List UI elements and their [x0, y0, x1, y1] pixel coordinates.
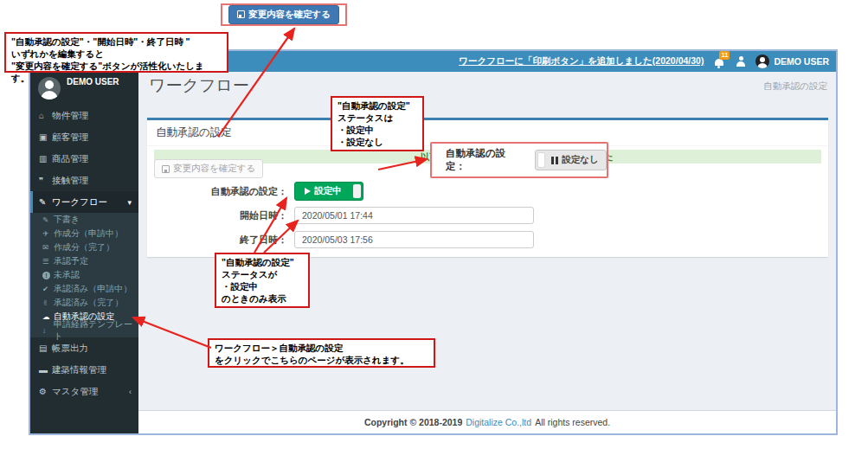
sidebar-item-label: 商品管理: [52, 153, 88, 165]
sidebar-item-label: 承認済み（完了）: [54, 297, 123, 309]
annotation-line: ステータスが: [222, 269, 303, 281]
sidebar-item-label: 作成分（申請中）: [54, 228, 123, 240]
annotation-confirm-button-box: 変更内容を確定する: [221, 3, 347, 26]
play-icon: [305, 188, 311, 195]
thumbs-up-icon: ✌: [42, 298, 54, 307]
copyright-text: Copyright © 2018-2019: [364, 417, 462, 427]
news-link[interactable]: ワークフローに「印刷ボタン」を追加しました(2020/04/30): [459, 55, 704, 67]
status-form-row: 自動承認の設定： 設定中: [147, 182, 828, 201]
annotation-line: ステータスは: [338, 112, 417, 125]
sidebar: DEMO USER ⌂ 物件管理 ▣ 顧客管理 ▥ 商品管理 ❞ 接触管理 ✎ …: [30, 72, 138, 433]
sidebar-item-workflow[interactable]: ✎ ワークフロー ▾: [30, 191, 138, 213]
start-form-row: 開始日時：: [147, 207, 828, 224]
sidebar-item-contact-mgmt[interactable]: ❞ 接触管理: [30, 170, 138, 191]
status-off-snippet: 自動承認の設定： 設定なし: [430, 142, 608, 178]
sidebar-item-approved-done[interactable]: ✌ 承認済み（完了）: [30, 296, 138, 310]
exclamation-circle-icon: !: [42, 271, 54, 279]
toggle-handle: [537, 152, 545, 168]
annotation-navigation-note: ワークフロー＞自動承認の設定 をクリックでこちらのページが表示されます。: [208, 338, 435, 368]
rights-text: All rights reserved.: [535, 417, 610, 427]
sidebar-item-customer-mgmt[interactable]: ▣ 顧客管理: [30, 126, 138, 148]
start-date-label: 開始日時：: [147, 209, 287, 222]
status-on-label: 設定中: [314, 185, 342, 197]
sidebar-item-approved-applying[interactable]: ✔ 承認済み（申請中）: [30, 282, 138, 296]
envelope-icon: ✉: [42, 243, 54, 252]
notifications-button[interactable]: 11: [712, 55, 726, 68]
snippet-status-label: 自動承認の設定：: [446, 147, 524, 173]
sidebar-item-unapproved[interactable]: ! 未承認: [30, 268, 138, 282]
sidebar-item-label: 物件管理: [52, 110, 88, 122]
end-date-label: 終了日時：: [147, 234, 287, 247]
id-card-icon: ▣: [39, 132, 52, 142]
annotation-line: ・設定中: [338, 125, 417, 137]
user-menu[interactable]: DEMO USER: [755, 55, 829, 68]
annotation-confirm-button: 変更内容を確定する: [228, 5, 339, 24]
workflow-submenu: ✎ 下書き ✈ 作成分（申請中） ✉ 作成分（完了） ☰ 承認予定 ! 未承: [30, 213, 138, 337]
sidebar-item-application-route-template[interactable]: ↓ 申請経路テンプレート: [30, 324, 138, 337]
pencil-square-icon: ✎: [39, 197, 52, 207]
chevron-left-icon: ‹: [129, 388, 132, 396]
sidebar-item-created-applying[interactable]: ✈ 作成分（申請中）: [30, 227, 138, 241]
sidebar-item-label: マスタ管理: [52, 386, 98, 398]
annotation-status-values-note: "自動承認の設定" ステータスは ・設定中 ・設定なし: [331, 96, 424, 151]
screenshot-canvas: ワークフローに「印刷ボタン」を追加しました(2020/04/30) 11 DEM…: [0, 0, 868, 449]
status-toggle-on[interactable]: 設定中: [294, 182, 363, 201]
sidebar-item-label: 下書き: [54, 214, 80, 226]
sidebar-item-report-output[interactable]: ▤ 帳票出力: [30, 337, 138, 359]
company-link[interactable]: Digitalize Co.,ltd: [466, 417, 531, 427]
confirm-changes-button[interactable]: 変更内容を確定する: [154, 159, 263, 178]
check-circle-icon: ✔: [42, 285, 54, 293]
end-date-input[interactable]: [294, 231, 534, 248]
chevron-down-icon: ▾: [127, 198, 132, 207]
status-off-label: 設定なし: [562, 154, 599, 166]
status-label: 自動承認の設定：: [147, 185, 287, 198]
annotation-line: いずれかを編集すると: [11, 48, 222, 61]
end-form-row: 終了日時：: [147, 231, 828, 248]
sidebar-item-label: 顧客管理: [52, 131, 88, 144]
gears-icon: ⚙: [39, 387, 52, 396]
download-arrow-icon: ↓: [42, 326, 54, 335]
annotation-line: "自動承認の設定": [338, 100, 417, 112]
navbar-username: DEMO USER: [774, 56, 829, 67]
notification-badge: 11: [719, 51, 730, 60]
annotation-visible-when-note: "自動承認の設定" ステータスが ・設定中 のときのみ表示: [215, 253, 310, 308]
annotation-line: "自動承認の設定"・"開始日時"・終了日時 ": [11, 36, 222, 48]
sidebar-item-created-done[interactable]: ✉ 作成分（完了）: [30, 241, 138, 254]
paper-plane-icon: ✈: [42, 229, 54, 238]
sidebar-item-label: 作成分（完了）: [54, 241, 114, 253]
start-date-input[interactable]: [294, 207, 534, 224]
annotation-line: ・設定なし: [338, 137, 417, 149]
pencil-icon: ✎: [42, 215, 54, 224]
bell-icon: [715, 59, 723, 66]
sidebar-item-draft[interactable]: ✎ 下書き: [30, 213, 138, 227]
app-window: ワークフローに「印刷ボタン」を追加しました(2020/04/30) 11 DEM…: [29, 49, 838, 435]
auto-approval-icon: ☁: [42, 312, 54, 321]
annotation-edit-note: "自動承認の設定"・"開始日時"・終了日時 " いずれかを編集すると "変更内容…: [4, 32, 228, 73]
sidebar-item-product-mgmt[interactable]: ▥ 商品管理: [30, 148, 138, 170]
annotation-line: ワークフロー＞自動承認の設定: [215, 343, 428, 355]
sidebar-item-label: 帳票出力: [52, 343, 88, 355]
footer: Copyright © 2018-2019 Digitalize Co.,ltd…: [138, 410, 836, 433]
annotation-line: "自動承認の設定": [222, 257, 303, 269]
save-icon: [162, 165, 170, 173]
sidebar-item-master-mgmt[interactable]: ⚙ マスタ管理 ‹: [30, 381, 138, 402]
sidebar-item-label: 未承認: [54, 269, 80, 281]
avatar: [755, 55, 769, 68]
printer-icon: ▤: [39, 343, 52, 353]
toggle-handle: [353, 184, 361, 198]
list-icon: ☰: [42, 257, 54, 266]
sidebar-item-label: 承認予定: [54, 255, 88, 267]
status-toggle-off: 設定なし: [535, 150, 607, 170]
auto-approval-panel: 自動承認の設定 以下の内容で自動承認の設定が更新されました 変更内容を確定する …: [147, 118, 828, 257]
sidebar-item-property-mgmt[interactable]: ⌂ 物件管理: [30, 105, 138, 126]
confirm-changes-label: 変更内容を確定する: [173, 163, 255, 175]
save-icon: [237, 10, 245, 18]
annotation-line: ・設定中: [222, 281, 303, 293]
chart-icon: ▥: [39, 154, 52, 164]
sidebar-item-approval-scheduled[interactable]: ☰ 承認予定: [30, 254, 138, 268]
pause-icon: [551, 157, 558, 164]
sidebar-item-label: 接触管理: [52, 175, 88, 187]
sidebar-item-building-info-mgmt[interactable]: ▬ 建築情報管理: [30, 359, 138, 381]
user-icon[interactable]: [735, 55, 747, 67]
house-icon: ⌂: [39, 111, 52, 120]
